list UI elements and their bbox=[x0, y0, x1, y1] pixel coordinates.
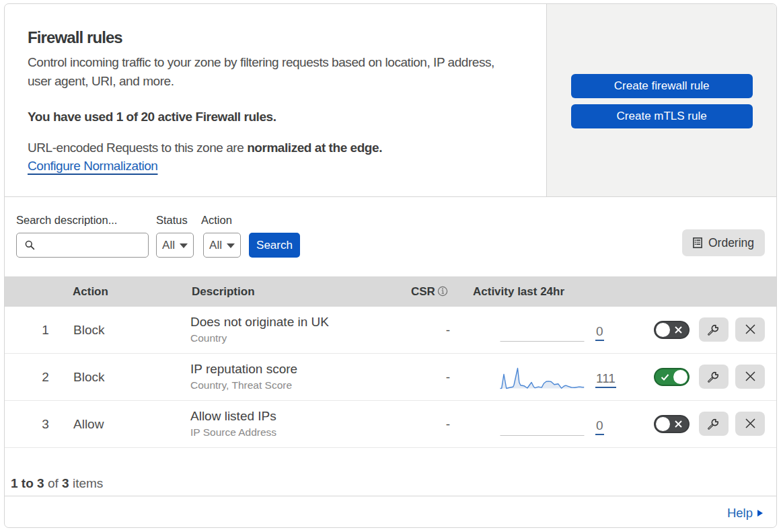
normalization-prefix: URL-encoded Requests to this zone are bbox=[28, 141, 247, 155]
usage-note: You have used 1 of 20 active Firewall ru… bbox=[28, 110, 519, 124]
wrench-icon bbox=[708, 372, 719, 383]
column-header-action: Action bbox=[73, 285, 108, 299]
close-icon bbox=[745, 371, 756, 382]
filter-bar: Search description... Status Action All … bbox=[5, 197, 776, 276]
page-title: Firewall rules bbox=[28, 28, 519, 47]
activity-count-link[interactable]: 111 bbox=[595, 371, 616, 388]
wrench-icon bbox=[708, 419, 719, 430]
items-count-text: 1 to 3 of 3 items bbox=[11, 476, 103, 491]
help-row: Help bbox=[5, 496, 776, 528]
actions-panel: Create firewall rule Create mTLS rule bbox=[546, 4, 776, 196]
status-label: Status bbox=[156, 214, 188, 227]
pagination-row: 1 to 3 of 3 items bbox=[5, 448, 776, 496]
rule-criteria: IP Source Address bbox=[190, 426, 276, 439]
edit-rule-button[interactable] bbox=[699, 412, 729, 436]
rule-description: Allow listed IPs bbox=[190, 409, 276, 424]
search-button[interactable]: Search bbox=[249, 233, 300, 258]
search-label: Search description... bbox=[16, 214, 117, 227]
rule-enabled-toggle[interactable] bbox=[654, 321, 690, 339]
rule-criteria: Country, Threat Score bbox=[190, 379, 297, 391]
activity-sparkline bbox=[500, 367, 585, 389]
firewall-rule-row: 2 Block IP reputation score Country, Thr… bbox=[5, 354, 776, 401]
firewall-rules-card: Firewall rules Control incoming traffic … bbox=[4, 3, 777, 528]
search-icon bbox=[24, 239, 36, 251]
activity-count-link[interactable]: 0 bbox=[595, 324, 604, 341]
items-range: 1 to 3 bbox=[11, 476, 44, 490]
table-header: Action Description CSR Activity last 24h… bbox=[5, 276, 776, 307]
status-dropdown[interactable]: All bbox=[156, 233, 194, 258]
help-link[interactable]: Help bbox=[727, 506, 763, 521]
ordering-label: Ordering bbox=[708, 236, 754, 250]
wrench-icon bbox=[708, 325, 719, 336]
rule-priority: 2 bbox=[30, 370, 61, 385]
rule-csr: - bbox=[428, 323, 468, 338]
rule-description-cell: IP reputation score Country, Threat Scor… bbox=[190, 362, 297, 391]
rule-csr: - bbox=[428, 417, 468, 432]
rule-priority: 3 bbox=[30, 417, 61, 432]
create-mtls-rule-button[interactable]: Create mTLS rule bbox=[571, 104, 753, 128]
search-box bbox=[16, 233, 149, 258]
caret-down-icon bbox=[180, 243, 188, 248]
action-label: Action bbox=[201, 214, 232, 227]
column-header-activity: Activity last 24hr bbox=[473, 285, 564, 299]
close-icon bbox=[745, 324, 756, 335]
configure-normalization-link[interactable]: Configure Normalization bbox=[28, 159, 157, 174]
help-label: Help bbox=[727, 506, 753, 521]
action-dropdown[interactable]: All bbox=[203, 233, 241, 258]
edit-rule-button[interactable] bbox=[699, 317, 729, 342]
rule-description: IP reputation score bbox=[190, 362, 297, 377]
top-section: Firewall rules Control incoming traffic … bbox=[5, 4, 776, 197]
toggle-knob bbox=[656, 323, 670, 337]
items-of: of bbox=[48, 476, 59, 490]
create-firewall-rule-button[interactable]: Create firewall rule bbox=[571, 74, 753, 98]
rule-action: Block bbox=[73, 323, 104, 338]
column-header-description: Description bbox=[192, 285, 255, 299]
delete-rule-button[interactable] bbox=[735, 317, 765, 342]
check-icon bbox=[661, 373, 669, 381]
activity-sparkline bbox=[500, 414, 585, 436]
action-dropdown-value: All bbox=[209, 239, 222, 252]
rule-enabled-toggle[interactable] bbox=[654, 368, 690, 386]
top-left-copy: Firewall rules Control incoming traffic … bbox=[5, 4, 546, 196]
intro-text: Control incoming traffic to your zone by… bbox=[28, 53, 509, 90]
activity-count: 111 bbox=[595, 371, 616, 388]
column-header-csr: CSR bbox=[411, 285, 435, 299]
search-input[interactable] bbox=[41, 239, 148, 252]
activity-count-link[interactable]: 0 bbox=[595, 418, 604, 435]
items-total: 3 bbox=[62, 476, 69, 490]
activity-sparkline bbox=[500, 320, 585, 342]
rule-enabled-toggle[interactable] bbox=[654, 415, 690, 433]
edit-rule-button[interactable] bbox=[699, 365, 729, 389]
items-word: items bbox=[73, 476, 103, 490]
activity-count: 0 bbox=[595, 418, 604, 435]
rule-action: Block bbox=[73, 370, 104, 385]
rule-description-cell: Allow listed IPs IP Source Address bbox=[190, 409, 276, 439]
x-icon bbox=[674, 420, 683, 428]
rule-csr: - bbox=[428, 370, 468, 385]
caret-down-icon bbox=[227, 243, 235, 248]
toggle-knob bbox=[673, 370, 687, 384]
rule-priority: 1 bbox=[30, 323, 61, 338]
x-icon bbox=[674, 326, 683, 334]
normalization-bold: normalized at the edge. bbox=[247, 141, 382, 155]
rule-description: Does not originate in UK bbox=[190, 315, 329, 330]
status-dropdown-value: All bbox=[162, 239, 175, 252]
ordering-button[interactable]: Ordering bbox=[682, 229, 765, 256]
activity-count: 0 bbox=[595, 324, 604, 341]
rule-criteria: Country bbox=[190, 332, 329, 344]
firewall-rule-row: 1 Block Does not originate in UK Country… bbox=[5, 307, 776, 354]
normalization-note: URL-encoded Requests to this zone are no… bbox=[28, 141, 519, 155]
delete-rule-button[interactable] bbox=[735, 412, 765, 436]
toggle-knob bbox=[656, 417, 670, 431]
firewall-rule-row: 3 Allow Allow listed IPs IP Source Addre… bbox=[5, 401, 776, 448]
help-arrow-icon bbox=[757, 510, 763, 517]
delete-rule-button[interactable] bbox=[735, 365, 765, 389]
close-icon bbox=[745, 418, 756, 429]
rule-action: Allow bbox=[73, 417, 104, 432]
info-icon[interactable] bbox=[437, 286, 448, 297]
ordered-list-icon bbox=[693, 237, 702, 248]
rule-description-cell: Does not originate in UK Country bbox=[190, 315, 329, 344]
